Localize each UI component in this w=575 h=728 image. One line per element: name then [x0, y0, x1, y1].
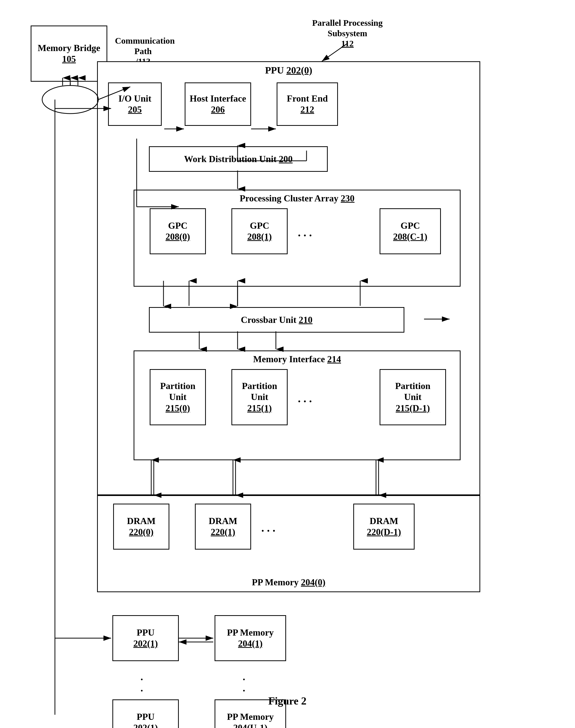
part0-box: PartitionUnit 215(0) — [150, 369, 206, 425]
gpc1-box: GPC 208(1) — [231, 208, 288, 254]
mem-interface-box: Memory Interface 214 PartitionUnit 215(0… — [134, 351, 461, 460]
dramn-box: DRAM 220(D-1) — [353, 504, 414, 550]
gpcn-box: GPC 208(C-1) — [380, 208, 441, 254]
partn-box: PartitionUnit 215(D-1) — [380, 369, 446, 425]
diagram-container: Memory Bridge 105 CommunicationPath /113… — [15, 10, 560, 715]
io-unit-box: I/O Unit 205 — [108, 82, 162, 126]
memory-bridge-number: 105 — [62, 53, 76, 65]
memory-bridge-box: Memory Bridge 105 — [31, 26, 107, 82]
pca-label: Processing Cluster Array 230 — [240, 193, 354, 204]
ppu-main-box: PPU 202(0) I/O Unit 205 Host Interface 2… — [97, 61, 480, 495]
gpc-dots: . . . — [298, 226, 312, 239]
part1-box: PartitionUnit 215(1) — [231, 369, 288, 425]
dram1-box: DRAM 220(1) — [195, 504, 251, 550]
figure-caption: Figure 2 — [15, 695, 560, 707]
pp-memory-main-box: DRAM 220(0) DRAM 220(1) . . . DRAM 220(D… — [97, 495, 480, 592]
mem-interface-label: Memory Interface 214 — [253, 354, 341, 365]
dram0-box: DRAM 220(0) — [113, 504, 169, 550]
gpc0-box: GPC 208(0) — [150, 208, 206, 254]
crossbar-box: Crossbar Unit 210 — [149, 307, 404, 333]
dram-dots: . . . — [261, 521, 275, 535]
ppu-main-title: PPU 202(0) — [265, 65, 312, 76]
pca-box: Processing Cluster Array 230 GPC 208(0) … — [134, 190, 461, 287]
svg-point-4 — [42, 85, 98, 114]
host-interface-box: Host Interface 206 — [185, 82, 251, 126]
front-end-box: Front End 212 — [277, 82, 338, 126]
memory-bridge-label: Memory Bridge — [38, 43, 100, 53]
ppu1-box: PPU 202(1) — [112, 615, 179, 661]
pp-mem1-box: PP Memory 204(1) — [214, 615, 286, 661]
pps-label: Parallel ProcessingSubsystem 112 — [296, 18, 399, 48]
pp-mem-main-label: PP Memory 204(0) — [252, 577, 326, 588]
part-dots: . . . — [298, 392, 312, 405]
work-dist-box: Work Distribution Unit 200 — [149, 146, 328, 172]
